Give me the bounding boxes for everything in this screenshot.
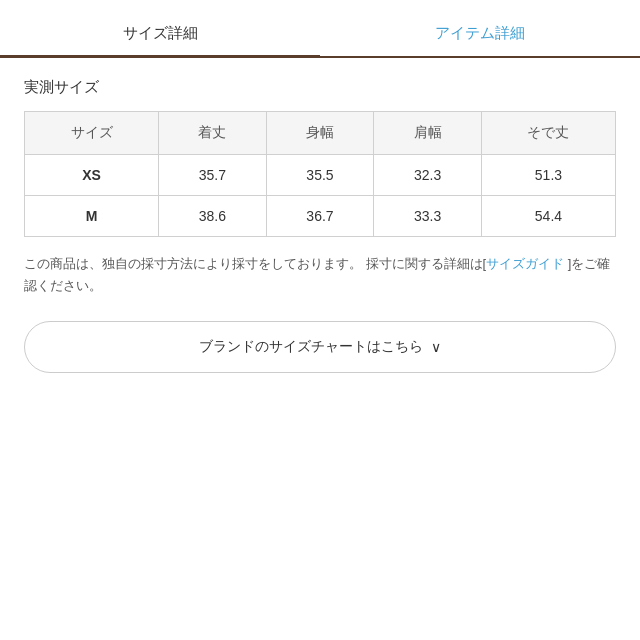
- note-text: この商品は、独自の採寸方法により採寸をしております。 採寸に関する詳細は[サイズ…: [24, 253, 616, 297]
- tab-bar: サイズ詳細 アイテム詳細: [0, 0, 640, 58]
- table-cell: 35.5: [266, 155, 374, 196]
- tab-size-detail[interactable]: サイズ詳細: [0, 12, 320, 58]
- table-header-cell: 身幅: [266, 112, 374, 155]
- table-header-cell: 肩幅: [374, 112, 482, 155]
- main-content: 実測サイズ サイズ着丈身幅肩幅そで丈 XS35.735.532.351.3M38…: [0, 58, 640, 393]
- table-row: XS35.735.532.351.3: [25, 155, 616, 196]
- table-cell: XS: [25, 155, 159, 196]
- table-header-cell: 着丈: [159, 112, 267, 155]
- size-guide-link[interactable]: サイズガイド: [486, 256, 564, 271]
- brand-chart-label: ブランドのサイズチャートはこちら: [199, 338, 423, 356]
- table-header-cell: サイズ: [25, 112, 159, 155]
- table-cell: M: [25, 196, 159, 237]
- size-table: サイズ着丈身幅肩幅そで丈 XS35.735.532.351.3M38.636.7…: [24, 111, 616, 237]
- tab-item-detail[interactable]: アイテム詳細: [320, 12, 640, 56]
- table-header-cell: そで丈: [481, 112, 615, 155]
- table-cell: 33.3: [374, 196, 482, 237]
- table-cell: 38.6: [159, 196, 267, 237]
- chevron-down-icon: ∨: [431, 339, 441, 355]
- table-cell: 36.7: [266, 196, 374, 237]
- table-cell: 32.3: [374, 155, 482, 196]
- brand-chart-button[interactable]: ブランドのサイズチャートはこちら ∨: [24, 321, 616, 373]
- table-cell: 54.4: [481, 196, 615, 237]
- table-cell: 35.7: [159, 155, 267, 196]
- table-row: M38.636.733.354.4: [25, 196, 616, 237]
- table-cell: 51.3: [481, 155, 615, 196]
- note-before-link: この商品は、独自の採寸方法により採寸をしております。 採寸に関する詳細は[: [24, 256, 486, 271]
- table-header-row: サイズ着丈身幅肩幅そで丈: [25, 112, 616, 155]
- section-title: 実測サイズ: [24, 78, 616, 97]
